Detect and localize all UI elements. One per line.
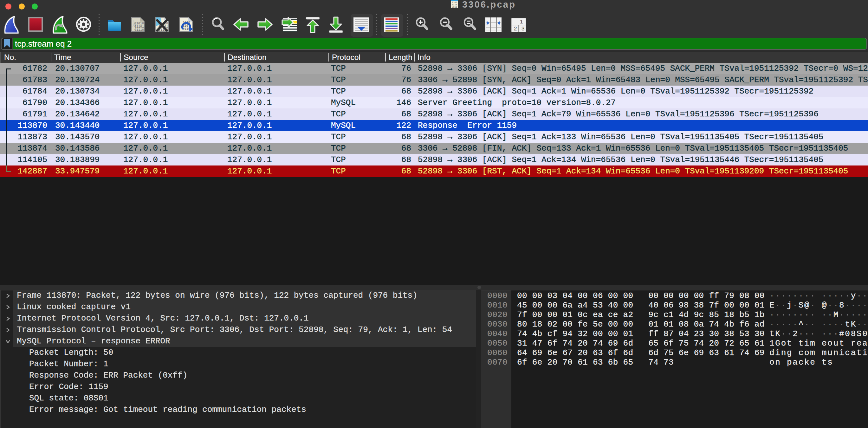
svg-text:2: 2 (514, 26, 517, 32)
svg-text:0111: 0111 (452, 6, 457, 8)
svg-text:3: 3 (522, 26, 524, 32)
svg-text:1: 1 (520, 19, 523, 25)
svg-text:01110: 01110 (134, 28, 144, 32)
